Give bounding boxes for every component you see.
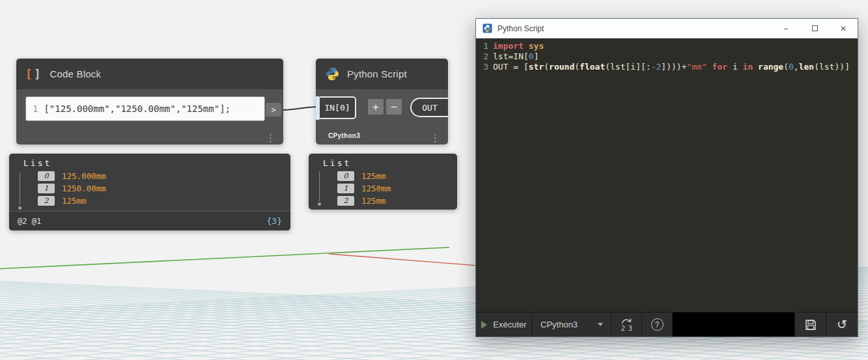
list-item: 11250mm bbox=[309, 182, 457, 195]
engine-dropdown[interactable]: CPython3 bbox=[533, 312, 611, 337]
list-item: 2125mm bbox=[309, 195, 457, 207]
code-token: sys bbox=[529, 41, 544, 51]
node-title: Python Script bbox=[347, 68, 407, 79]
bracket-left: [ bbox=[25, 68, 34, 81]
code-token: ] bbox=[534, 51, 539, 62]
list-item-index: 2 bbox=[38, 196, 55, 206]
code-token: for bbox=[712, 62, 727, 72]
code-token: ])))+ bbox=[661, 62, 686, 72]
line-number: 2 bbox=[479, 51, 488, 62]
list-count-badge: {3} bbox=[267, 216, 282, 226]
code-line[interactable]: 3OUT = [str(round(float(lst[i][:-2])))+"… bbox=[479, 62, 858, 72]
list-levels[interactable]: @2 @1 bbox=[18, 217, 41, 226]
code-block-input[interactable]: 1 ["125.000mm","1250.00mm","125mm"]; bbox=[25, 96, 265, 121]
code-block-header[interactable]: [] Code Block bbox=[16, 59, 283, 89]
watch-bubble-python[interactable]: List 0125mm11250mm2125mm bbox=[309, 154, 457, 210]
code-token: float bbox=[580, 62, 605, 72]
code-token: (lst[i][: bbox=[605, 62, 651, 72]
node-context-menu-icon[interactable]: ⋮ bbox=[430, 133, 440, 143]
code-token: lst=IN[ bbox=[493, 51, 529, 62]
chevron-down-icon bbox=[598, 323, 603, 326]
window-titlebar[interactable]: Python Script – ✕ bbox=[476, 19, 858, 38]
python-editor-window[interactable]: Python Script – ✕ 1import sys2lst=IN[0]3… bbox=[475, 18, 858, 337]
code-token: len bbox=[799, 62, 814, 72]
code-token bbox=[524, 41, 529, 51]
code-token: round bbox=[549, 62, 574, 72]
node-context-menu-icon[interactable]: ⋮ bbox=[266, 133, 275, 143]
code-block-body: 1 ["125.000mm","1250.00mm","125mm"]; > ⋮ bbox=[16, 89, 283, 145]
list-item-value: 125mm bbox=[361, 171, 386, 181]
engine-badge: CPython3 bbox=[328, 132, 360, 139]
list-item-value: 125mm bbox=[62, 196, 87, 206]
python-node-body: IN[0] + − OUT CPython3 ⋮ bbox=[316, 89, 448, 145]
code-lines: 1import sys2lst=IN[0]3OUT = [str(round(f… bbox=[479, 41, 858, 72]
list-items: 0125.000mm11250.00mm2125mm bbox=[9, 170, 290, 207]
list-item: 0125.000mm bbox=[9, 170, 290, 182]
list-item-value: 1250.00mm bbox=[62, 184, 106, 193]
engine-selected-value: CPython3 bbox=[540, 320, 578, 329]
question-mark-icon: ? bbox=[651, 318, 664, 331]
list-item-index: 2 bbox=[337, 196, 354, 206]
python-script-node[interactable]: Python Script IN[0] + − OUT CPython3 ⋮ bbox=[316, 59, 448, 145]
code-line[interactable]: 1import sys bbox=[479, 41, 858, 51]
bracket-right: ] bbox=[34, 68, 42, 81]
save-icon bbox=[804, 318, 817, 331]
code-token: import bbox=[493, 41, 524, 51]
add-input-button[interactable]: + bbox=[368, 99, 384, 115]
run-button[interactable]: Exécuter bbox=[476, 312, 533, 337]
input-port-in0[interactable]: IN[0] bbox=[320, 96, 356, 119]
save-button[interactable] bbox=[795, 312, 826, 337]
dynamo-workspace: [] Code Block 1 ["125.000mm","1250.00mm"… bbox=[0, 0, 868, 360]
help-button[interactable]: ? bbox=[642, 312, 673, 337]
list-expand-guide-dot bbox=[318, 202, 321, 206]
list-item: 0125mm bbox=[309, 170, 457, 182]
window-controls: – ✕ bbox=[772, 19, 858, 38]
node-title: Code Block bbox=[50, 68, 102, 79]
code-token: i bbox=[727, 62, 742, 72]
list-item-value: 125mm bbox=[361, 196, 386, 206]
run-label: Exécuter bbox=[493, 320, 526, 329]
list-item: 11250.00mm bbox=[9, 182, 290, 195]
code-token: in bbox=[743, 62, 753, 72]
code-block-output-port[interactable]: > bbox=[266, 103, 281, 117]
toolbar-status-area bbox=[673, 312, 795, 337]
list-levels-footer: @2 @1 {3} bbox=[9, 211, 290, 230]
list-items: 0125mm11250mm2125mm bbox=[309, 170, 457, 207]
code-token: OUT = [ bbox=[493, 62, 529, 72]
code-line[interactable]: 2lst=IN[0] bbox=[479, 51, 858, 62]
maximize-button[interactable] bbox=[800, 19, 829, 38]
list-type-label[interactable]: List bbox=[9, 154, 290, 170]
list-item: 2125mm bbox=[9, 195, 290, 207]
list-expand-guide-dot bbox=[18, 206, 21, 210]
revert-button[interactable]: ↺ bbox=[826, 312, 858, 337]
python-2to3-migration-button[interactable]: 2 3 bbox=[611, 312, 642, 337]
code-token: "mm" bbox=[686, 62, 707, 72]
list-type-label[interactable]: List bbox=[309, 154, 457, 170]
svg-text:3: 3 bbox=[628, 324, 633, 332]
code-token bbox=[753, 62, 758, 72]
code-editor[interactable]: 1import sys2lst=IN[0]3OUT = [str(round(f… bbox=[476, 38, 858, 312]
revert-icon: ↺ bbox=[837, 317, 847, 332]
code-block-icon: [] bbox=[25, 68, 43, 81]
python-logo-icon bbox=[325, 66, 340, 81]
line-number: 3 bbox=[479, 62, 488, 72]
window-title: Python Script bbox=[497, 24, 544, 33]
line-number: 1 bbox=[479, 41, 488, 51]
code-token: range bbox=[758, 62, 783, 72]
code-block-expression[interactable]: ["125.000mm","1250.00mm","125mm"]; bbox=[44, 104, 231, 114]
code-token: str bbox=[529, 62, 544, 72]
remove-input-button[interactable]: − bbox=[386, 99, 402, 115]
code-block-line-number: 1 bbox=[33, 104, 38, 114]
code-token: ( bbox=[574, 62, 580, 72]
list-item-index: 1 bbox=[337, 184, 354, 193]
watch-bubble-code-block[interactable]: List 0125.000mm11250.00mm2125mm @2 @1 {3… bbox=[9, 154, 290, 230]
python-2to3-migration-icon: 2 3 bbox=[619, 317, 634, 333]
python-node-header[interactable]: Python Script bbox=[316, 59, 448, 89]
list-item-index: 0 bbox=[38, 171, 55, 181]
minimize-button[interactable]: – bbox=[772, 19, 800, 38]
output-port-out[interactable]: OUT bbox=[410, 98, 448, 117]
code-token: ( bbox=[544, 62, 549, 72]
connector-wire[interactable] bbox=[283, 107, 318, 110]
close-button[interactable]: ✕ bbox=[829, 19, 858, 38]
code-block-node[interactable]: [] Code Block 1 ["125.000mm","1250.00mm"… bbox=[16, 59, 283, 145]
